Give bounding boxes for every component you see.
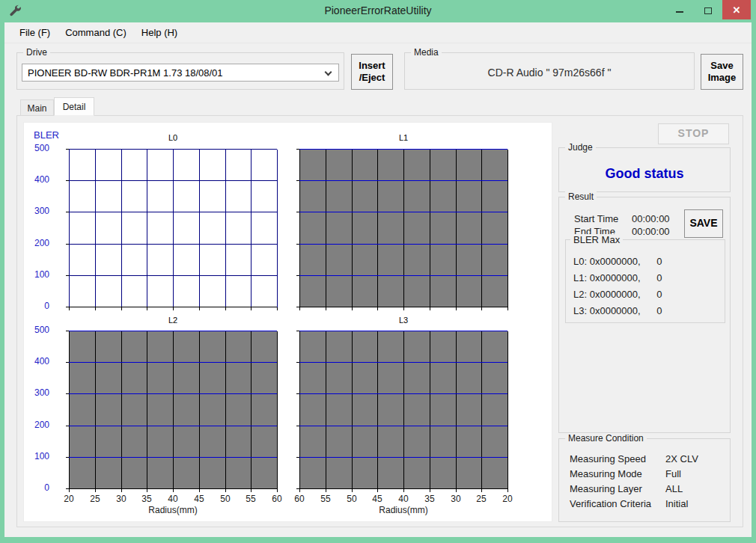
measuring-layer-label: Measuring Layer [570,483,642,494]
x-axis-labels-l2: 202530354045505560 [69,494,277,504]
bler-row-l2: L2: 0x0000000, 0 [573,289,662,300]
y-tick-label: 100 [34,451,49,461]
measuring-speed-value: 2X CLV [665,453,698,464]
x-tick-label: 30 [445,494,467,504]
x-tick-label: 30 [110,494,132,504]
drive-group-label: Drive [23,47,50,58]
y-axis-labels-row1: 5004003002001000 [24,149,57,307]
tab-detail[interactable]: Detail [54,97,94,116]
media-value: CD-R Audio " 97m26s66f " [405,67,694,79]
drive-select[interactable]: PIONEER BD-RW BDR-PR1M 1.73 18/08/01 [22,64,339,82]
tab-main[interactable]: Main [20,99,54,116]
save-image-button[interactable]: Save Image [701,54,743,90]
stop-button[interactable]: STOP [658,123,729,144]
chart-grid-l1 [293,149,509,311]
end-time-value: 00:00:00 [632,226,670,237]
maximize-icon [704,7,712,14]
close-icon: ✕ [733,4,741,16]
chart-panel: BLER L0 L1 L2 L3 5004003002001000 500400… [23,122,552,522]
measuring-layer-value: ALL [665,483,683,494]
y-tick-label: 400 [34,174,49,185]
x-axis-title-l2: Radius(mm) [69,505,277,515]
bler-max-groupbox: BLER Max L0: 0x0000000, 0 L1: 0x0000000,… [565,239,725,323]
start-time-label: Start Time [574,213,618,224]
menu-command[interactable]: Command (C) [58,23,134,42]
chart-title-l2: L2 [69,316,277,325]
y-tick-label: 300 [34,387,49,398]
x-tick-label: 35 [418,494,441,504]
x-tick-label: 60 [288,494,311,504]
x-tick-label: 25 [470,494,493,504]
maximize-button[interactable] [694,0,722,19]
chart-title-l0: L0 [69,133,277,142]
measuring-mode-value: Full [665,468,681,479]
client-area: Drive PIONEER BD-RW BDR-PR1M 1.73 18/08/… [4,43,752,537]
x-tick-label: 50 [214,494,237,504]
measuring-speed-label: Measuring Speed [570,453,646,464]
verification-criteria-label: Verification Criteria [570,498,651,509]
y-tick-label: 300 [34,206,49,216]
bler-row-l1: L1: 0x0000000, 0 [573,272,662,283]
y-tick-label: 500 [34,325,49,335]
y-axis-labels-row2: 5004003002001000 [24,331,57,489]
chart-grid-l3 [293,331,509,493]
x-tick-label: 20 [58,494,80,504]
y-tick-label: 100 [34,269,49,280]
x-tick-label: 40 [162,494,184,504]
media-groupbox: Media CD-R Audio " 97m26s66f " [404,52,695,90]
x-tick-label: 60 [266,494,288,504]
insert-eject-button[interactable]: Insert /Eject [351,54,393,90]
verification-criteria-value: Initial [665,498,688,509]
chart-title-l1: L1 [299,133,507,142]
x-axis-labels-l3: 605550454035302520 [299,494,507,504]
measure-condition-label: Measure Condition [565,433,647,444]
x-tick-label: 25 [84,494,106,504]
x-tick-label: 20 [496,494,519,504]
y-tick-label: 400 [34,356,49,366]
chart-title-l3: L3 [299,316,507,325]
close-button[interactable]: ✕ [722,0,751,19]
detail-tab-page: BLER L0 L1 L2 L3 5004003002001000 500400… [16,115,743,527]
chart-grid-l2 [63,331,278,493]
result-group-label: Result [565,191,597,202]
y-axis-title: BLER [34,129,71,141]
drive-groupbox: Drive PIONEER BD-RW BDR-PR1M 1.73 18/08/… [16,52,344,90]
x-axis-title-l3: Radius(mm) [299,505,507,515]
app-window: PioneerErrorRateUtility ✕ File (F) Comma… [0,0,756,543]
minimize-icon [676,11,683,13]
bler-max-label: BLER Max [570,234,623,245]
bler-row-l0: L0: 0x0000000, 0 [573,256,662,267]
save-button[interactable]: SAVE [684,209,723,238]
minimize-button[interactable] [665,0,694,19]
x-tick-label: 35 [135,494,158,504]
judge-group-label: Judge [565,142,596,153]
window-title: PioneerErrorRateUtility [0,4,756,16]
measuring-mode-label: Measuring Mode [570,468,642,479]
start-time-value: 00:00:00 [632,213,670,224]
y-tick-label: 0 [44,482,49,493]
y-tick-label: 0 [44,301,49,311]
x-tick-label: 55 [314,494,337,504]
x-tick-label: 55 [240,494,262,504]
judge-status: Good status [559,166,730,182]
titlebar: PioneerErrorRateUtility ✕ [0,0,756,22]
chart-grid-l0 [63,149,278,311]
media-group-label: Media [411,47,442,58]
menu-file[interactable]: File (F) [12,23,58,42]
measure-condition-groupbox: Measure Condition Measuring Speed 2X CLV… [558,438,731,522]
menu-help[interactable]: Help (H) [134,23,185,42]
y-tick-label: 200 [34,420,49,430]
x-tick-label: 40 [392,494,415,504]
bler-row-l3: L3: 0x0000000, 0 [573,305,662,316]
x-tick-label: 50 [341,494,363,504]
y-tick-label: 200 [34,238,49,248]
y-tick-label: 500 [34,143,49,153]
result-groupbox: Result Start Time 00:00:00 End Time 00:0… [558,197,731,433]
x-tick-label: 45 [366,494,388,504]
chevron-down-icon [325,69,332,76]
menubar: File (F) Command (C) Help (H) [4,22,752,43]
drive-selected-value: PIONEER BD-RW BDR-PR1M 1.73 18/08/01 [28,67,223,79]
judge-groupbox: Judge Good status [558,147,731,192]
x-tick-label: 45 [188,494,210,504]
